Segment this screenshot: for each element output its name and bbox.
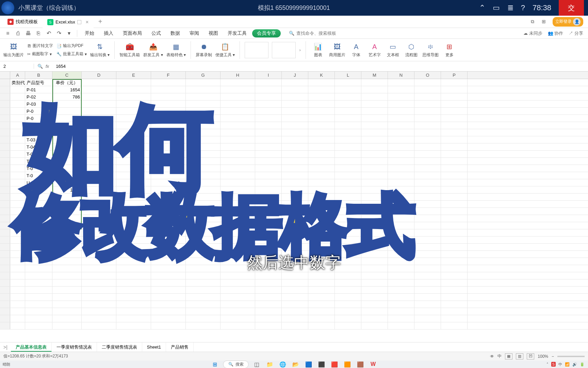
cell[interactable] [116, 272, 151, 279]
zoom-out-icon[interactable]: − [552, 354, 554, 359]
cell[interactable] [282, 108, 308, 114]
cell[interactable] [10, 172, 25, 179]
col-header[interactable]: E [116, 72, 151, 79]
cell[interactable] [282, 129, 308, 136]
cell[interactable] [441, 151, 468, 157]
menu-layout[interactable]: 页面布局 [119, 28, 146, 39]
template-thumb-1[interactable] [245, 42, 268, 58]
cell[interactable] [414, 244, 441, 250]
cell[interactable] [441, 115, 468, 122]
mindmap-button[interactable]: ፨思维导图 [422, 42, 439, 58]
col-header[interactable]: D [82, 72, 116, 79]
cell[interactable] [388, 101, 414, 107]
cell[interactable] [255, 294, 282, 301]
col-header[interactable]: J [282, 72, 308, 79]
cell[interactable] [308, 115, 335, 122]
cell[interactable] [25, 287, 52, 293]
cell[interactable] [414, 272, 441, 279]
cell[interactable] [361, 143, 388, 150]
cell[interactable] [82, 294, 116, 301]
cell[interactable] [220, 308, 255, 315]
view-page-icon[interactable]: ▥ [516, 353, 523, 359]
cell[interactable] [308, 322, 335, 329]
cell[interactable] [10, 315, 25, 322]
row-header[interactable] [0, 236, 10, 243]
cell[interactable] [220, 294, 255, 301]
cell[interactable] [220, 115, 255, 122]
cell[interactable] [282, 287, 308, 293]
cell[interactable] [220, 108, 255, 114]
batch-tools-button[interactable]: 🔧 批量工具箱 ▾ [56, 51, 87, 58]
cell[interactable] [151, 272, 186, 279]
cell[interactable] [388, 294, 414, 301]
cell[interactable] [441, 272, 468, 279]
cell[interactable] [388, 165, 414, 172]
cell[interactable] [10, 301, 25, 308]
cell[interactable] [116, 315, 151, 322]
col-header[interactable]: F [151, 72, 186, 79]
app3-icon[interactable]: 🟧 [343, 359, 352, 368]
cell[interactable] [335, 143, 361, 150]
cell[interactable] [220, 287, 255, 293]
cell[interactable] [282, 294, 308, 301]
screenshot-ocr-button[interactable]: ✂ 截图取字 ▾ [27, 51, 53, 58]
more-templates-icon[interactable]: › [299, 47, 300, 52]
cell[interactable] [388, 86, 414, 93]
cell[interactable] [116, 301, 151, 308]
cell[interactable] [255, 158, 282, 165]
cell[interactable] [282, 122, 308, 129]
cell[interactable] [10, 108, 25, 114]
search-icon[interactable]: 🔍 [37, 64, 43, 69]
fx-label[interactable]: fx [46, 64, 49, 69]
col-header[interactable]: M [361, 72, 388, 79]
zoom-level[interactable]: 100% [538, 354, 548, 359]
cell[interactable] [388, 308, 414, 315]
row-header[interactable] [0, 244, 10, 250]
cell[interactable] [388, 79, 414, 86]
cell[interactable] [414, 129, 441, 136]
row-header[interactable] [0, 136, 10, 143]
cell[interactable] [52, 322, 82, 329]
cell[interactable] [335, 272, 361, 279]
cell[interactable] [52, 279, 82, 286]
cell[interactable] [82, 322, 116, 329]
cell[interactable] [414, 301, 441, 308]
row-header[interactable] [0, 279, 10, 286]
cell[interactable] [220, 93, 255, 100]
cell[interactable] [82, 301, 116, 308]
cell[interactable] [335, 86, 361, 93]
cell[interactable] [414, 258, 441, 265]
cell[interactable] [441, 215, 468, 222]
cell[interactable] [220, 136, 255, 143]
sheet-tab[interactable]: 产品基本信息表 [11, 342, 52, 352]
cell[interactable] [388, 322, 414, 329]
cell[interactable] [52, 315, 82, 322]
row-header[interactable] [0, 186, 10, 193]
cell[interactable] [308, 172, 335, 179]
cell[interactable] [282, 301, 308, 308]
cell[interactable] [335, 122, 361, 129]
cell[interactable] [414, 229, 441, 236]
cell[interactable] [186, 315, 220, 322]
row-header[interactable] [0, 108, 10, 114]
cell[interactable] [25, 294, 52, 301]
tray-battery-icon[interactable]: 🔋 [580, 362, 585, 367]
view-normal-icon[interactable]: ▦ [505, 353, 512, 359]
cell[interactable] [82, 308, 116, 315]
cell[interactable] [414, 265, 441, 272]
cell[interactable] [308, 308, 335, 315]
sheet-tab[interactable]: 一季度销售情况表 [52, 342, 97, 352]
cell[interactable] [308, 86, 335, 93]
grid-apps-icon[interactable]: ⊞ [542, 19, 549, 25]
cell[interactable] [116, 294, 151, 301]
cell[interactable] [361, 165, 388, 172]
cell[interactable] [361, 136, 388, 143]
cell[interactable] [220, 301, 255, 308]
collab-button[interactable]: 👥 协作 [548, 30, 564, 36]
cell[interactable] [282, 93, 308, 100]
cell[interactable] [441, 236, 468, 243]
cell[interactable] [10, 308, 25, 315]
edge2-icon[interactable]: 🟦 [304, 359, 313, 368]
cell[interactable] [361, 129, 388, 136]
cell[interactable] [186, 322, 220, 329]
